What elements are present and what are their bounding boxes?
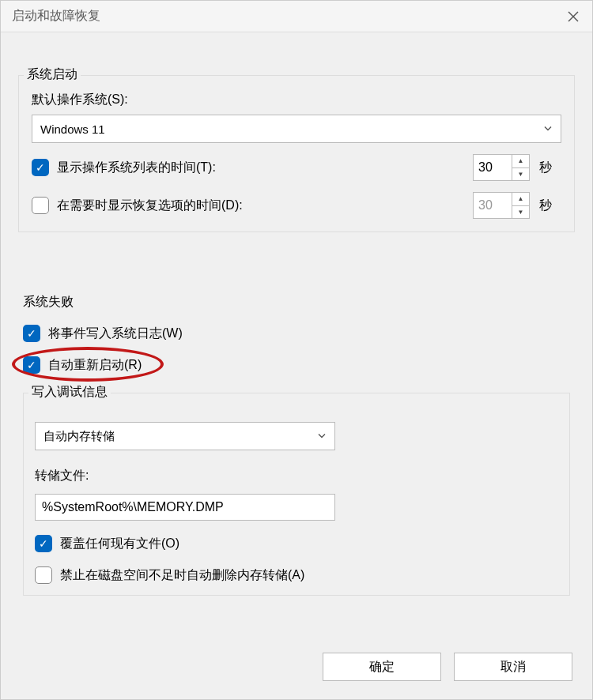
default-os-label: 默认操作系统(S): [32,92,561,108]
chevron-down-icon [543,122,553,136]
overwrite-checkbox[interactable]: ✓ [35,535,52,552]
chevron-down-icon [317,430,327,443]
default-os-select[interactable]: Windows 11 [32,115,561,143]
dialog-content: 系统启动 默认操作系统(S): Windows 11 ✓ 显示操作系统列表的时间… [1,32,592,618]
spinner-up-icon[interactable]: ▲ [512,155,529,167]
no-autodelete-checkbox[interactable] [35,566,52,584]
dump-file-label: 转储文件: [35,468,558,484]
auto-restart-checkbox[interactable]: ✓ [23,356,40,374]
system-startup-legend: 系统启动 [24,66,81,83]
close-button[interactable] [562,6,584,28]
overwrite-label: 覆盖任何现有文件(O) [60,536,179,552]
write-event-label: 将事件写入系统日志(W) [48,326,183,342]
spinner-down-icon[interactable]: ▼ [512,167,529,181]
display-recovery-value [474,193,512,218]
display-os-list-spinner[interactable]: ▲ ▼ [473,154,530,181]
system-startup-group: 系统启动 默认操作系统(S): Windows 11 ✓ 显示操作系统列表的时间… [18,75,575,232]
display-recovery-checkbox[interactable] [32,197,49,214]
auto-restart-label: 自动重新启动(R) [48,357,142,374]
dump-type-select[interactable]: 自动内存转储 [35,422,335,450]
dialog-buttons: 确定 取消 [323,653,572,681]
dump-file-input[interactable] [35,494,335,521]
dump-type-value: 自动内存转储 [43,429,115,444]
system-failure-group: 系统失败 ✓ 将事件写入系统日志(W) ✓ 自动重新启动(R) 写入调试信息 自… [18,291,575,602]
display-os-list-label: 显示操作系统列表的时间(T): [57,160,216,176]
debug-info-group: 写入调试信息 自动内存转储 转储文件: ✓ 覆盖任何现有文件(O) [23,393,570,596]
default-os-value: Windows 11 [40,122,105,136]
write-event-checkbox[interactable]: ✓ [23,325,40,342]
no-autodelete-label: 禁止在磁盘空间不足时自动删除内存转储(A) [60,567,304,584]
startup-recovery-dialog: 启动和故障恢复 系统启动 默认操作系统(S): Windows 11 ✓ 显示操… [0,0,593,700]
ok-button[interactable]: 确定 [323,653,441,681]
spinner-up-icon: ▲ [512,193,529,205]
display-recovery-spinner: ▲ ▼ [473,192,530,219]
seconds-unit: 秒 [539,160,561,176]
titlebar: 启动和故障恢复 [1,1,592,32]
display-os-list-checkbox[interactable]: ✓ [32,159,49,176]
seconds-unit: 秒 [539,198,561,214]
dialog-title: 启动和故障恢复 [12,8,100,24]
cancel-button[interactable]: 取消 [454,653,572,681]
spinner-down-icon: ▼ [512,205,529,219]
display-os-list-value[interactable] [474,155,512,180]
debug-info-legend: 写入调试信息 [28,384,111,401]
display-recovery-label: 在需要时显示恢复选项的时间(D): [57,198,243,214]
system-failure-legend: 系统失败 [23,294,570,310]
